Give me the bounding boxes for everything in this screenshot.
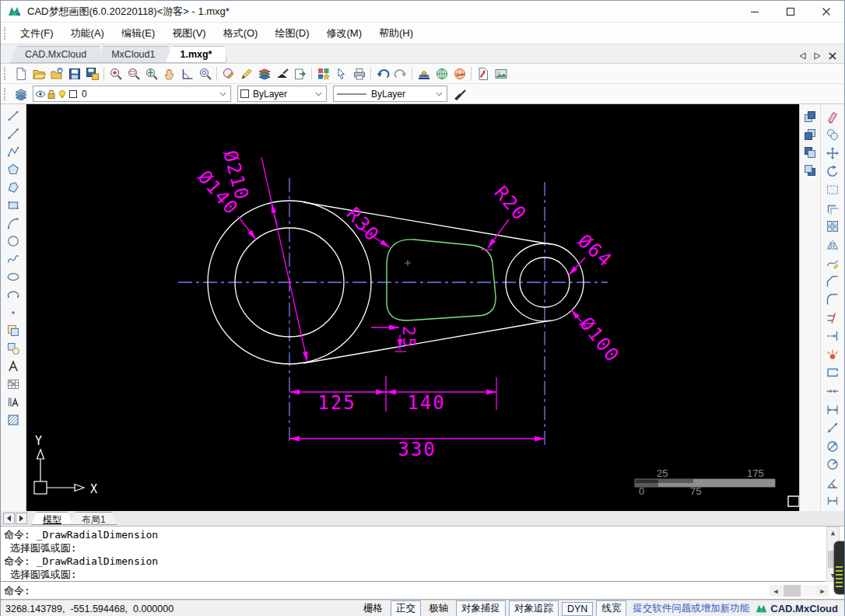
match-properties-icon[interactable] (314, 65, 332, 82)
layout-tab-model[interactable]: 模型 (31, 512, 73, 525)
save-as-icon[interactable] (83, 65, 101, 82)
menu-modify[interactable]: 修改(M) (317, 23, 370, 44)
mirror-icon[interactable] (824, 236, 841, 254)
toggle-polar[interactable]: 极轴 (424, 601, 453, 616)
minimize-button[interactable] (737, 1, 773, 22)
tab-scroll-right-icon[interactable] (814, 52, 821, 60)
zoom-previous-icon[interactable] (196, 65, 214, 82)
tab-close-icon[interactable] (829, 52, 836, 60)
toggle-otrack[interactable]: 对象追踪 (509, 600, 559, 616)
tab-1mxg-active[interactable]: 1.mxg* (165, 46, 226, 63)
polyline-icon[interactable] (5, 143, 22, 160)
regen-icon[interactable] (219, 65, 237, 82)
scroll-left-icon[interactable]: ◀ (770, 585, 782, 597)
command-horizontal-scrollbar[interactable]: ◀ ▶ (770, 584, 829, 597)
draw-order-back-icon[interactable] (801, 126, 819, 143)
offset-icon[interactable] (824, 200, 841, 217)
menu-function[interactable]: 功能(A) (62, 23, 113, 44)
menu-edit[interactable]: 编辑(E) (113, 23, 163, 44)
new-icon[interactable] (12, 65, 30, 82)
open-from-cloud-icon[interactable] (47, 65, 65, 82)
web-green-icon[interactable] (433, 65, 451, 82)
rect-select-icon[interactable] (824, 181, 841, 198)
green-slot-outline[interactable] (387, 240, 496, 320)
mxcloud-side-widget[interactable] (834, 541, 844, 594)
arc-icon[interactable] (5, 215, 22, 232)
layout-tab-layout1[interactable]: 布局1 (70, 512, 117, 525)
single-text-icon[interactable] (5, 358, 22, 375)
construction-line-icon[interactable] (5, 125, 22, 142)
dim-dia140-leader[interactable] (238, 216, 256, 240)
linetype-brush-icon[interactable] (273, 65, 291, 82)
circle-icon[interactable] (5, 233, 22, 250)
color-combo[interactable]: ByLayer (237, 86, 327, 102)
dim-continue-icon[interactable] (824, 492, 841, 509)
toggle-grid[interactable]: 栅格 (359, 601, 387, 616)
layer-on-icon[interactable] (57, 89, 68, 100)
dim-text-r20[interactable]: R20 (489, 182, 531, 226)
array-icon[interactable] (824, 218, 841, 235)
redo-icon[interactable] (391, 65, 409, 82)
pan-icon[interactable] (160, 65, 178, 82)
tangent-line-bottom[interactable] (303, 320, 551, 363)
command-history[interactable]: 命令: _DrawRadialDimension 选择圆弧或圆: 命令: _Dr… (1, 527, 826, 582)
drawing-canvas[interactable]: Ø140 Ø210 R30 R20 Ø64 Ø100 25 125 140 33… (26, 104, 801, 511)
break-icon[interactable] (824, 365, 841, 382)
zoom-in-icon[interactable] (107, 65, 124, 82)
layer-colors-icon[interactable] (255, 65, 273, 82)
dim-text-140[interactable]: 140 (407, 392, 445, 414)
rectangle-icon[interactable] (5, 197, 22, 214)
toggle-dyn[interactable]: DYN (562, 602, 593, 616)
irregular-polygon-icon[interactable] (5, 179, 22, 196)
export-icon[interactable] (291, 65, 309, 82)
menu-draw[interactable]: 绘图(D) (266, 23, 317, 44)
draw-pen-icon[interactable] (237, 65, 255, 82)
select-icon[interactable] (332, 65, 350, 82)
save-icon[interactable] (65, 65, 83, 82)
plot-icon[interactable] (350, 65, 368, 82)
maximize-button[interactable] (773, 1, 808, 22)
layer-combo[interactable]: 0 (33, 86, 231, 102)
zoom-extents-icon[interactable] (142, 65, 160, 82)
explode-icon[interactable] (824, 346, 841, 363)
dim-dia210-line[interactable] (261, 157, 307, 362)
dim-dia210-arrow2[interactable] (272, 203, 277, 226)
chamfer-icon[interactable] (824, 273, 841, 290)
rotate-icon[interactable] (824, 163, 841, 180)
linetype-combo-chevron-icon[interactable] (433, 92, 445, 96)
menu-format[interactable]: 格式(O) (215, 23, 267, 44)
polygon-icon[interactable] (5, 161, 22, 178)
copy-icon[interactable] (824, 127, 841, 144)
stretch-icon[interactable] (824, 383, 841, 400)
undo-icon[interactable] (373, 65, 391, 82)
insert-image-icon[interactable] (492, 65, 510, 82)
dim-diameter-icon[interactable] (824, 438, 841, 455)
dim-text-25[interactable]: 25 (399, 326, 418, 348)
menu-file[interactable]: 文件(F) (12, 23, 62, 44)
layer-color-swatch[interactable] (68, 89, 79, 100)
point-icon[interactable] (5, 304, 22, 321)
color-combo-chevron-icon[interactable] (313, 92, 324, 96)
layer-visible-icon[interactable] (35, 89, 46, 100)
command-prompt-row[interactable]: 命令: (1, 583, 844, 599)
web-orange-icon[interactable] (451, 65, 468, 82)
dim-text-125[interactable]: 125 (317, 392, 356, 414)
horizontal-scroll-thumb[interactable] (784, 585, 801, 597)
table-icon[interactable] (5, 376, 22, 393)
create-block-icon[interactable] (5, 340, 22, 357)
layout-scroll-right-icon[interactable] (16, 513, 27, 524)
dim-aligned-icon[interactable] (824, 419, 841, 436)
layer-combo-chevron-icon[interactable] (217, 92, 229, 96)
dim-linear-icon[interactable] (824, 401, 841, 418)
toggle-lineweight[interactable]: 线宽 (596, 600, 626, 616)
extend-icon[interactable] (824, 328, 841, 345)
draw-order-above-icon[interactable] (801, 144, 819, 161)
draw-order-below-icon[interactable] (801, 162, 819, 179)
scroll-right-icon[interactable]: ▶ (816, 585, 829, 597)
dim-angular-icon[interactable] (824, 474, 841, 492)
move-icon[interactable] (824, 145, 841, 162)
edit-polyline-icon[interactable] (824, 254, 841, 271)
horizontal-scroll-track[interactable] (782, 585, 816, 597)
properties-brush-icon[interactable] (451, 85, 468, 103)
menu-view[interactable]: 视图(V) (163, 23, 214, 44)
